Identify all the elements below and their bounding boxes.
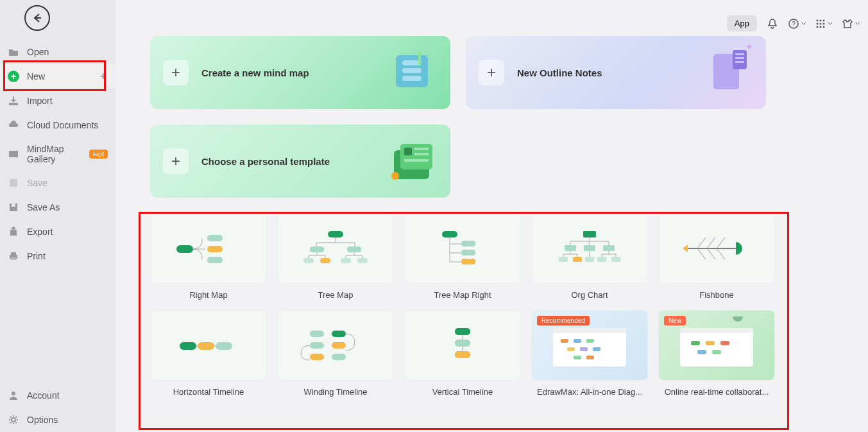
svg-rect-66 [198, 342, 214, 350]
sidebar-account[interactable]: Account [0, 383, 115, 408]
template-tree-map-right[interactable]: Tree Map Right [404, 213, 521, 300]
svg-rect-44 [207, 257, 223, 263]
svg-rect-46 [310, 246, 324, 252]
svg-rect-95 [720, 341, 729, 345]
template-vertical-timeline[interactable]: Vertical Timeline [404, 310, 521, 397]
cloud-icon [8, 119, 19, 131]
svg-rect-42 [207, 235, 223, 241]
svg-rect-88 [593, 347, 600, 351]
print-icon [8, 250, 19, 262]
sidebar-export[interactable]: Export [0, 220, 115, 244]
svg-rect-1 [9, 103, 18, 105]
template-illustration [380, 131, 444, 191]
template-winding-timeline[interactable]: Winding Timeline [277, 310, 394, 397]
main-content: + Create a new mind map + New Outline No… [115, 0, 868, 432]
svg-rect-64 [611, 257, 620, 262]
svg-rect-5 [12, 203, 15, 207]
back-button[interactable] [24, 5, 50, 31]
svg-rect-70 [310, 331, 324, 337]
create-outline-card[interactable]: + New Outline Notes ✦ [466, 36, 766, 109]
card-title: New Outline Notes [517, 67, 602, 78]
new-badge: New [664, 316, 686, 325]
svg-rect-75 [332, 354, 346, 360]
svg-rect-56 [583, 231, 596, 238]
create-mindmap-card[interactable]: + Create a new mind map [150, 36, 450, 109]
svg-rect-51 [357, 258, 368, 263]
template-label: Org Chart [531, 290, 648, 300]
template-label: Horizontal Timeline [150, 387, 267, 397]
sidebar-save-as[interactable]: Save As [0, 195, 115, 220]
svg-rect-29 [733, 50, 747, 69]
sidebar-import[interactable]: Import [0, 89, 115, 113]
svg-rect-37 [414, 148, 429, 150]
sidebar-print[interactable]: Print [0, 244, 115, 268]
sidebar-item-label: MindMap Gallery [27, 144, 80, 164]
svg-rect-50 [341, 258, 351, 263]
svg-rect-60 [559, 257, 568, 262]
sidebar-open[interactable]: Open [0, 40, 115, 64]
svg-rect-76 [455, 328, 470, 335]
svg-rect-36 [404, 148, 412, 155]
sidebar-cloud[interactable]: Cloud Documents [0, 113, 115, 137]
svg-rect-90 [586, 356, 594, 359]
svg-rect-38 [414, 153, 429, 155]
svg-rect-49 [320, 258, 330, 263]
template-label: Tree Map Right [404, 290, 521, 300]
svg-point-10 [12, 392, 15, 395]
sidebar-item-label: Save [27, 178, 47, 188]
template-edrawmax[interactable]: Recommended EdrawMax: All-in-one Diag... [531, 310, 648, 397]
sidebar-options[interactable]: Options [0, 408, 115, 432]
gear-icon [8, 414, 19, 426]
svg-rect-72 [332, 342, 346, 349]
gallery-icon [8, 148, 19, 160]
svg-rect-67 [216, 342, 232, 350]
svg-rect-54 [461, 250, 475, 255]
recommended-badge: Recommended [537, 316, 590, 325]
svg-rect-73 [310, 342, 324, 349]
sidebar-new[interactable]: + New + [0, 64, 115, 89]
hot-badge: Hot [89, 150, 108, 159]
svg-rect-31 [735, 57, 744, 59]
outline-illustration: ✦ [695, 42, 760, 103]
template-org-chart[interactable]: Org Chart [531, 213, 648, 300]
plus-icon: + [163, 60, 189, 85]
svg-rect-83 [561, 339, 568, 343]
svg-rect-74 [310, 354, 324, 360]
template-label: Winding Timeline [277, 387, 394, 397]
svg-rect-9 [11, 257, 16, 260]
svg-rect-85 [586, 339, 594, 343]
template-label: Vertical Timeline [404, 387, 521, 397]
svg-rect-47 [347, 246, 361, 252]
svg-rect-3 [10, 179, 17, 187]
svg-rect-91 [680, 328, 753, 367]
sidebar-item-label: Print [27, 251, 46, 261]
template-collaboration[interactable]: New Online real-time collaborat... [658, 310, 775, 397]
sidebar-gallery[interactable]: MindMap Gallery Hot [0, 137, 115, 171]
sidebar-item-label: New [27, 71, 45, 82]
template-label: Online real-time collaborat... [658, 387, 775, 397]
svg-rect-78 [455, 351, 470, 358]
svg-rect-77 [455, 340, 470, 347]
sidebar-item-label: Import [27, 96, 53, 106]
export-icon [8, 226, 19, 238]
card-title: Choose a personal template [201, 156, 330, 167]
svg-rect-59 [603, 245, 615, 251]
svg-rect-86 [567, 347, 575, 351]
folder-icon [8, 46, 19, 58]
template-grid: Right Map Tree Map Tree Map Right Org Ch… [150, 213, 842, 397]
svg-rect-89 [574, 356, 581, 359]
choose-template-card[interactable]: + Choose a personal template [150, 125, 450, 198]
template-right-map[interactable]: Right Map [150, 213, 267, 300]
import-icon [8, 95, 19, 107]
svg-rect-55 [461, 259, 475, 264]
svg-rect-94 [706, 341, 715, 345]
template-horizontal-timeline[interactable]: Horizontal Timeline [150, 310, 267, 397]
svg-rect-52 [442, 231, 457, 238]
svg-rect-84 [574, 339, 581, 343]
svg-rect-93 [691, 341, 700, 345]
template-tree-map[interactable]: Tree Map [277, 213, 394, 300]
svg-rect-45 [328, 231, 343, 238]
template-fishbone[interactable]: Fishbone [658, 213, 775, 300]
svg-text:✦: ✦ [745, 42, 753, 52]
svg-rect-96 [697, 350, 706, 354]
